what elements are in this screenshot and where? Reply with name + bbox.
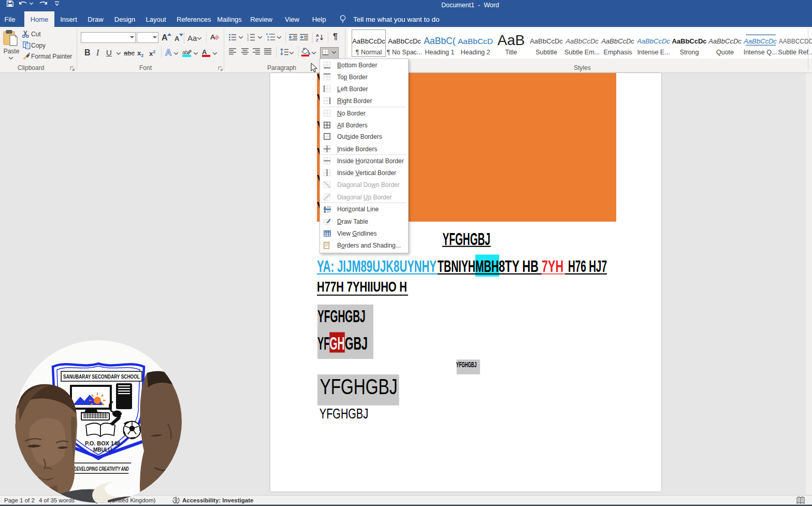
svg-text:YFGHGBJ: YFGHGBJ xyxy=(456,360,476,369)
svg-text:AaBbCcDc: AaBbCcDc xyxy=(672,37,706,45)
svg-text:Intense E...: Intense E... xyxy=(637,49,670,56)
svg-text:GBJ: GBJ xyxy=(345,333,368,353)
svg-text:¶ No Spac...: ¶ No Spac... xyxy=(387,49,423,56)
svg-text:Emphasis: Emphasis xyxy=(604,49,632,56)
svg-text:MBH: MBH xyxy=(475,257,499,276)
svg-text:H76 HJ7: H76 HJ7 xyxy=(568,257,607,276)
svg-text:AaBbCcD: AaBbCcD xyxy=(458,37,493,46)
svg-text:TBNIYH: TBNIYH xyxy=(438,257,475,276)
svg-text:YFGHGBJ: YFGHGBJ xyxy=(443,229,491,249)
svg-text:7YH: 7YH xyxy=(542,257,563,276)
svg-text:GH: GH xyxy=(329,333,345,353)
svg-text:Title: Title xyxy=(505,49,517,56)
svg-text:Quote: Quote xyxy=(716,49,734,56)
svg-text:AaBbCcDc: AaBbCcDc xyxy=(530,37,563,45)
svg-text:H77H 7YHIIUHO H: H77H 7YHIIUHO H xyxy=(317,279,407,295)
svg-text:YF: YF xyxy=(317,333,329,353)
svg-text:AaBbCcDc: AaBbCcDc xyxy=(708,37,742,45)
svg-text:Subtle Em...: Subtle Em... xyxy=(564,49,600,56)
svg-text:AaBbC(: AaBbC( xyxy=(424,36,455,46)
svg-text:YFGHGBJ: YFGHGBJ xyxy=(320,406,368,422)
svg-text:¶ Normal: ¶ Normal xyxy=(356,49,382,56)
svg-text:AaBbCcDc: AaBbCcDc xyxy=(388,37,421,45)
svg-text:P.O. BOX 148: P.O. BOX 148 xyxy=(85,440,120,446)
svg-text:SANUBARAY SECONDARY SCHOOL: SANUBARAY SECONDARY SCHOOL xyxy=(63,373,140,380)
svg-text:MBULU: MBULU xyxy=(93,446,112,453)
svg-text:YA: JIJM89UJK8UYNHY: YA: JIJM89UJK8UYNHY xyxy=(317,257,437,276)
svg-text:AaBbCcDc: AaBbCcDc xyxy=(743,37,777,45)
svg-text:AaBbCcDc: AaBbCcDc xyxy=(636,37,670,45)
svg-text:A: A xyxy=(324,206,326,209)
svg-text:A: A xyxy=(324,210,326,213)
svg-text:AaBbCcDc: AaBbCcDc xyxy=(565,37,599,45)
svg-text:AaBbCcDc: AaBbCcDc xyxy=(601,37,634,45)
svg-text:Subtle Ref...: Subtle Ref... xyxy=(778,49,812,56)
svg-text:YFGHGBJ: YFGHGBJ xyxy=(317,306,366,326)
svg-text:8TY HB: 8TY HB xyxy=(499,257,539,276)
svg-text:AaB: AaB xyxy=(498,32,525,48)
svg-text:Heading 2: Heading 2 xyxy=(461,49,490,56)
svg-text:Heading 1: Heading 1 xyxy=(425,49,455,56)
svg-text:Subtitle: Subtitle xyxy=(535,49,557,56)
svg-text:YFGHGBJ: YFGHGBJ xyxy=(320,374,397,399)
svg-text:AaBbCcDc: AaBbCcDc xyxy=(352,37,385,45)
svg-text:AABBCCDD: AABBCCDD xyxy=(779,38,812,45)
svg-text:Intense Q...: Intense Q... xyxy=(744,49,777,56)
svg-text:Strong: Strong xyxy=(680,49,699,56)
